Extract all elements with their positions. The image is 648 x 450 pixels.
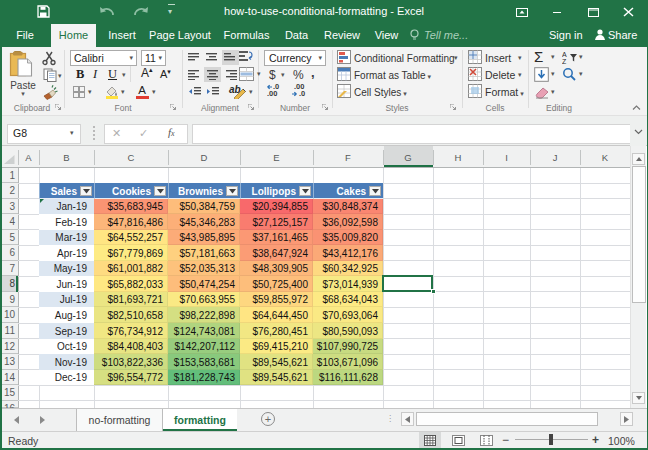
- svg-text:Z: Z: [562, 58, 567, 64]
- svg-text:A: A: [562, 51, 567, 58]
